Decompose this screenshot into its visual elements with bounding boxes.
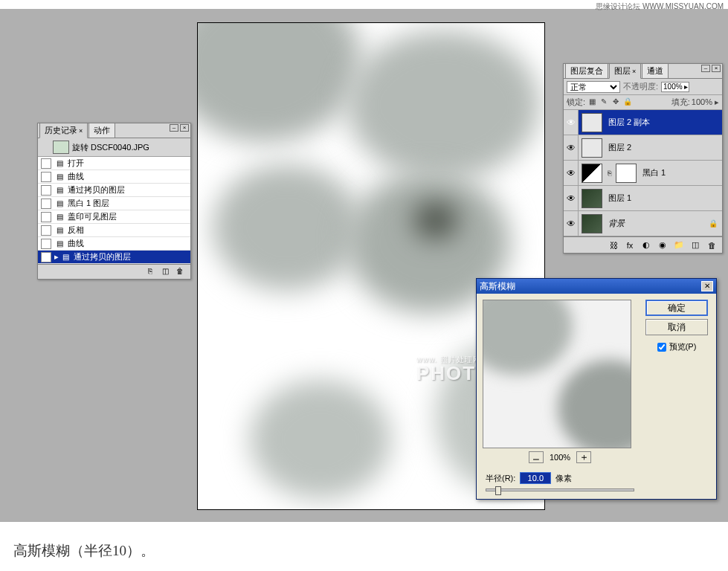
zoom-level: 100%	[550, 453, 570, 462]
history-item[interactable]: ▤曲线	[38, 170, 190, 184]
layer-item[interactable]: 👁 图层 2	[564, 135, 722, 161]
doc-icon: ▤	[54, 158, 65, 169]
doc-icon: ▤	[54, 185, 65, 196]
lock-all-icon[interactable]: 🔒	[622, 97, 633, 108]
caption-text: 高斯模糊（半径10）。	[13, 541, 155, 561]
zoom-out-button[interactable]: ⎽	[529, 451, 544, 463]
layer-name[interactable]: 图层 1	[605, 193, 631, 204]
radius-slider[interactable]	[486, 488, 634, 491]
history-list: ▤打开 ▤曲线 ▤通过拷贝的图层 ▤黑白 1 图层 ▤盖印可见图层 ▤反相 ▤曲…	[38, 157, 190, 264]
lock-move-icon[interactable]: ✥	[611, 97, 621, 108]
layer-item[interactable]: 👁 ⎘ 黑白 1	[564, 161, 722, 186]
layer-item[interactable]: 👁 图层 1	[564, 186, 722, 211]
radius-input[interactable]	[520, 472, 551, 484]
tab-history[interactable]: 历史记录×	[39, 123, 88, 138]
layer-item[interactable]: 👁 背景 🔒	[564, 211, 722, 236]
lock-transparent-icon[interactable]: ▦	[587, 97, 597, 108]
dialog-title: 高斯模糊	[480, 280, 515, 293]
panel-close-icon[interactable]: ×	[180, 124, 189, 132]
lock-paint-icon[interactable]: ✎	[599, 97, 609, 108]
watermark-top: 思缘设计论坛 WWW.MISSYUAN.COM	[596, 1, 724, 12]
fx-icon[interactable]: fx	[624, 241, 636, 250]
history-item[interactable]: ▤通过拷贝的图层	[38, 184, 190, 197]
layer-name[interactable]: 图层 2	[605, 142, 631, 153]
doc-icon: ▤	[54, 225, 65, 236]
cancel-button[interactable]: 取消	[645, 319, 708, 335]
mask-icon[interactable]: ◐	[640, 240, 652, 250]
layer-name[interactable]: 图层 2 副本	[605, 117, 650, 128]
layer-item[interactable]: 👁 图层 2 副本	[564, 110, 722, 135]
history-item[interactable]: ▤打开	[38, 157, 190, 170]
history-item[interactable]: ▤反相	[38, 224, 190, 237]
layer-name[interactable]: 黑白 1	[640, 167, 666, 178]
adjustment-icon[interactable]: ◉	[657, 240, 669, 250]
layer-name[interactable]: 背景	[605, 218, 625, 229]
preview-checkbox[interactable]: 预览(P)	[657, 341, 697, 352]
snapshot-name: 旋转 DSCF0040.JPG	[72, 142, 149, 153]
preview-box[interactable]	[483, 300, 631, 448]
new-doc-icon[interactable]: ⎘	[144, 267, 156, 277]
gaussian-blur-dialog: 高斯模糊 ✕ ⎽ 100% ＋ 确定 取消 预览(P) 半径(R): 像素	[476, 278, 717, 500]
tab-channels[interactable]: 通道	[642, 63, 669, 78]
ok-button[interactable]: 确定	[645, 300, 708, 316]
layer-thumb	[582, 164, 602, 183]
slider-thumb[interactable]	[495, 486, 501, 495]
layer-thumb	[582, 113, 602, 132]
history-item[interactable]: ▤黑白 1 图层	[38, 197, 190, 210]
folder-icon[interactable]: 📁	[673, 240, 685, 250]
lock-label: 锁定:	[567, 97, 585, 108]
layer-thumb	[582, 138, 602, 158]
link-layers-icon[interactable]: ⛓	[608, 241, 619, 250]
opacity-label: 不透明度:	[623, 81, 658, 92]
opacity-field[interactable]: 100% ▸	[661, 82, 689, 92]
tab-layers[interactable]: 图层×	[609, 63, 641, 79]
panel-close-icon[interactable]: ×	[712, 65, 721, 72]
doc-icon: ▤	[60, 252, 71, 262]
history-item[interactable]: ▸ ▤ 通过拷贝的图层	[38, 251, 190, 264]
panel-minimize-icon[interactable]: –	[701, 65, 710, 72]
trash-icon[interactable]: 🗑	[174, 267, 186, 277]
snapshot-thumb	[53, 141, 69, 154]
preview-checkbox-input[interactable]	[657, 343, 666, 352]
lock-icon: 🔒	[709, 219, 718, 228]
close-icon[interactable]: ✕	[701, 281, 713, 291]
new-snapshot-icon[interactable]: ◫	[159, 267, 171, 277]
history-item[interactable]: ▤盖印可见图层	[38, 210, 190, 224]
visibility-icon[interactable]: 👁	[564, 161, 579, 185]
new-layer-icon[interactable]: ◫	[689, 240, 701, 250]
dialog-titlebar[interactable]: 高斯模糊 ✕	[477, 279, 716, 294]
trash-icon[interactable]: 🗑	[706, 241, 718, 250]
history-footer: ⎘ ◫ 🗑	[38, 264, 190, 279]
history-item[interactable]: ▤曲线	[38, 237, 190, 251]
fill-field[interactable]: 100% ▸	[692, 97, 719, 107]
link-icon[interactable]: ⎘	[605, 170, 613, 177]
doc-icon: ▤	[54, 199, 65, 209]
radius-unit: 像素	[555, 473, 572, 484]
fill-label: 填充:	[671, 97, 690, 108]
tab-actions[interactable]: 动作	[88, 123, 115, 138]
layers-footer: ⛓ fx ◐ ◉ 📁 ◫ 🗑	[564, 236, 722, 253]
layer-thumb	[582, 189, 602, 208]
doc-icon: ▤	[54, 212, 65, 222]
layers-panel: 图层复合 图层× 通道 – × 正常 不透明度: 100% ▸ 锁定: ▦ ✎ …	[563, 63, 723, 254]
zoom-in-button[interactable]: ＋	[576, 451, 591, 463]
panel-minimize-icon[interactable]: –	[170, 124, 178, 132]
visibility-icon[interactable]: 👁	[564, 135, 579, 160]
layer-list: 👁 图层 2 副本 👁 图层 2 👁 ⎘ 黑白 1 👁 图层 1 👁 背景 🔒	[564, 110, 722, 236]
history-panel: 历史记录× 动作 – × 旋转 DSCF0040.JPG ▤打开 ▤曲线 ▤通过…	[37, 123, 191, 280]
layer-thumb	[582, 214, 602, 233]
history-snapshot[interactable]: 旋转 DSCF0040.JPG	[38, 138, 190, 157]
visibility-icon[interactable]: 👁	[564, 110, 579, 135]
radius-label: 半径(R):	[486, 473, 515, 484]
visibility-icon[interactable]: 👁	[564, 211, 579, 236]
doc-icon: ▤	[54, 172, 65, 182]
layer-mask-thumb	[616, 164, 637, 183]
doc-icon: ▤	[54, 239, 65, 249]
blend-mode-select[interactable]: 正常	[567, 81, 620, 93]
tab-layer-comps[interactable]: 图层复合	[565, 63, 608, 78]
visibility-icon[interactable]: 👁	[564, 186, 579, 210]
history-cursor-icon: ▸	[54, 252, 59, 262]
